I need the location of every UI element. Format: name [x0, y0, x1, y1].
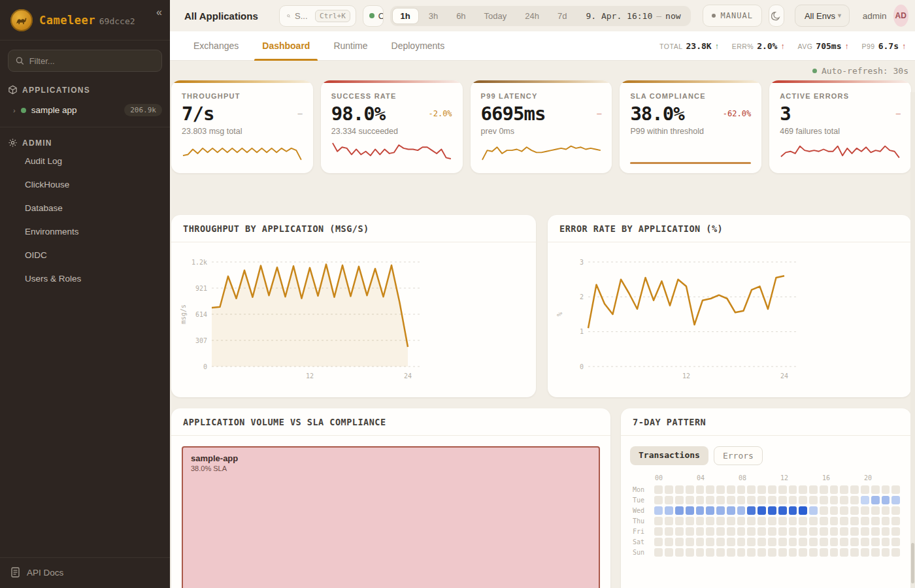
- range-7d[interactable]: 7d: [549, 8, 575, 24]
- manual-refresh-button[interactable]: MANUAL: [703, 5, 762, 27]
- heatmap-cell[interactable]: [768, 506, 776, 515]
- heatmap-cell[interactable]: [850, 527, 859, 536]
- heatmap-cell[interactable]: [871, 538, 880, 546]
- heatmap-cell[interactable]: [686, 527, 694, 536]
- heatmap-cell[interactable]: [799, 517, 807, 525]
- heatmap-cell[interactable]: [778, 527, 787, 536]
- range-1h[interactable]: 1h: [392, 8, 419, 24]
- heatmap-cell[interactable]: [840, 527, 848, 536]
- heatmap-cell[interactable]: [696, 485, 705, 494]
- heatmap-cell[interactable]: [850, 548, 859, 557]
- heatmap-cell[interactable]: [809, 548, 818, 557]
- sidebar-item-api-docs[interactable]: API Docs: [0, 557, 170, 588]
- heatmap-cell[interactable]: [861, 485, 869, 494]
- range-today[interactable]: Today: [476, 8, 516, 24]
- connection-status-pill[interactable]: O: [363, 5, 384, 27]
- heatmap-cell[interactable]: [654, 548, 663, 557]
- heatmap-cell[interactable]: [706, 485, 714, 494]
- heatmap-cell[interactable]: [654, 485, 663, 494]
- heatmap-cell[interactable]: [789, 517, 797, 525]
- heatmap-cell[interactable]: [747, 506, 756, 515]
- heatmap-cell[interactable]: [757, 506, 766, 515]
- heatmap-cell[interactable]: [747, 496, 756, 504]
- heatmap-cell[interactable]: [696, 496, 705, 504]
- heatmap-cell[interactable]: [882, 548, 890, 557]
- heatmap-cell[interactable]: [654, 506, 663, 515]
- tab-dashboard[interactable]: Dashboard: [262, 31, 310, 61]
- heatmap-cell[interactable]: [850, 517, 859, 525]
- heatmap-cell[interactable]: [861, 538, 869, 546]
- heatmap-cell[interactable]: [891, 496, 900, 504]
- heatmap-cell[interactable]: [789, 496, 797, 504]
- heatmap-cell[interactable]: [778, 517, 787, 525]
- heatmap-cell[interactable]: [675, 506, 684, 515]
- heatmap-cell[interactable]: [654, 496, 663, 504]
- heatmap-cell[interactable]: [778, 548, 787, 557]
- heatmap-cell[interactable]: [665, 538, 673, 546]
- heatmap-cell[interactable]: [675, 485, 684, 494]
- heatmap-cell[interactable]: [716, 517, 725, 525]
- heatmap-cell[interactable]: [727, 548, 735, 557]
- heatmap-cell[interactable]: [820, 548, 828, 557]
- filter-input[interactable]: [29, 56, 154, 66]
- sidebar-item-environments[interactable]: Environments: [0, 222, 170, 242]
- search-input[interactable]: [295, 11, 310, 21]
- heatmap-cell[interactable]: [871, 517, 880, 525]
- sidebar-item-clickhouse[interactable]: ClickHouse: [0, 175, 170, 195]
- heatmap-cell[interactable]: [665, 517, 673, 525]
- heatmap-cell[interactable]: [686, 506, 694, 515]
- heatmap-cell[interactable]: [768, 485, 776, 494]
- heatmap-cell[interactable]: [675, 496, 684, 504]
- heatmap-cell[interactable]: [665, 496, 673, 504]
- heatmap-cell[interactable]: [809, 496, 818, 504]
- heatmap-cell[interactable]: [789, 538, 797, 546]
- treemap-item-sample-app[interactable]: sample-app 38.0% SLA: [182, 446, 600, 588]
- heatmap-cell[interactable]: [778, 485, 787, 494]
- heatmap-cell[interactable]: [665, 485, 673, 494]
- heatmap-cell[interactable]: [799, 506, 807, 515]
- heatmap-cell[interactable]: [706, 548, 714, 557]
- scrollbar[interactable]: [910, 92, 915, 588]
- heatmap-cell[interactable]: [696, 506, 705, 515]
- heatmap-cell[interactable]: [686, 517, 694, 525]
- heatmap-cell[interactable]: [840, 548, 848, 557]
- heatmap-cell[interactable]: [799, 496, 807, 504]
- heatmap-cell[interactable]: [768, 538, 776, 546]
- heatmap-cell[interactable]: [840, 517, 848, 525]
- heatmap-cell[interactable]: [686, 485, 694, 494]
- heatmap-cell[interactable]: [737, 538, 746, 546]
- heatmap-cell[interactable]: [891, 527, 900, 536]
- heatmap-cell[interactable]: [665, 548, 673, 557]
- heatmap-cell[interactable]: [830, 517, 839, 525]
- heatmap-cell[interactable]: [757, 517, 766, 525]
- heatmap-cell[interactable]: [871, 485, 880, 494]
- heatmap-cell[interactable]: [830, 506, 839, 515]
- heatmap-cell[interactable]: [830, 496, 839, 504]
- sidebar-item-users-roles[interactable]: Users & Roles: [0, 269, 170, 289]
- range-24h[interactable]: 24h: [516, 8, 548, 24]
- heatmap-cell[interactable]: [757, 527, 766, 536]
- heatmap-cell[interactable]: [830, 548, 839, 557]
- heatmap-cell[interactable]: [675, 538, 684, 546]
- heatmap-cell[interactable]: [882, 485, 890, 494]
- toggle-errors[interactable]: Errors: [714, 446, 763, 465]
- dark-mode-button[interactable]: [769, 5, 784, 27]
- heatmap-cell[interactable]: [716, 496, 725, 504]
- heatmap-cell[interactable]: [820, 517, 828, 525]
- heatmap-cell[interactable]: [820, 506, 828, 515]
- heatmap-cell[interactable]: [861, 527, 869, 536]
- heatmap-cell[interactable]: [840, 496, 848, 504]
- heatmap-cell[interactable]: [882, 527, 890, 536]
- heatmap-cell[interactable]: [706, 517, 714, 525]
- heatmap-cell[interactable]: [871, 496, 880, 504]
- heatmap-cell[interactable]: [696, 538, 705, 546]
- heatmap-cell[interactable]: [861, 496, 869, 504]
- heatmap-cell[interactable]: [861, 548, 869, 557]
- heatmap-cell[interactable]: [789, 527, 797, 536]
- heatmap-cell[interactable]: [799, 548, 807, 557]
- heatmap-cell[interactable]: [665, 527, 673, 536]
- heatmap-cell[interactable]: [706, 496, 714, 504]
- heatmap-cell[interactable]: [747, 517, 756, 525]
- heatmap-cell[interactable]: [840, 506, 848, 515]
- heatmap-cell[interactable]: [871, 548, 880, 557]
